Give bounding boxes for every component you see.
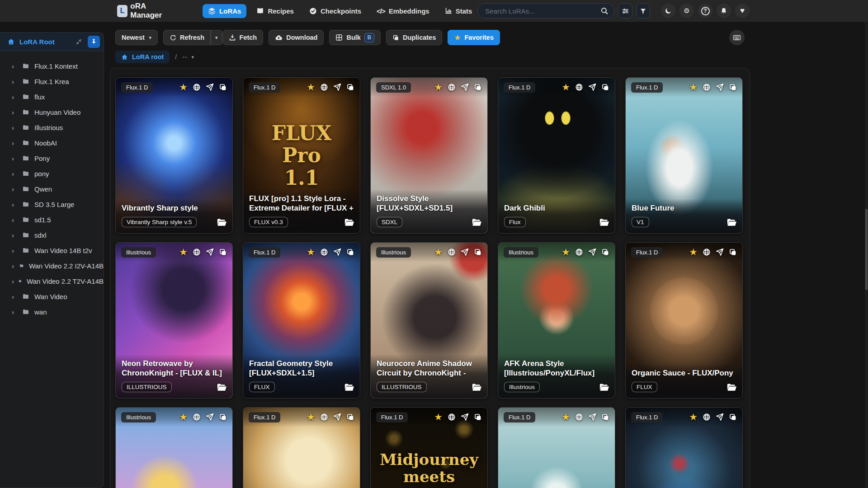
civitai-globe-icon[interactable] [193, 83, 201, 91]
favorite-star-icon[interactable]: ★ [561, 247, 570, 257]
favorite-star-icon[interactable]: ★ [179, 412, 188, 422]
collapse-tree-button[interactable] [74, 37, 84, 47]
breadcrumb-root[interactable]: LoRA root [115, 51, 170, 63]
open-folder-icon[interactable] [599, 382, 609, 392]
bulk-button[interactable]: Bulk B [329, 30, 380, 45]
support-button[interactable]: ♥ [735, 4, 750, 18]
open-folder-icon[interactable] [344, 382, 354, 392]
notifications-button[interactable] [717, 4, 731, 18]
favorites-filter-button[interactable]: ★ Favorites [448, 30, 500, 45]
chevron-right-icon[interactable]: › [12, 78, 18, 85]
lora-card[interactable]: Flux.1 D ★ Fractal Geometry Style [FLUX+… [243, 242, 360, 399]
send-icon[interactable] [716, 413, 724, 421]
fetch-button[interactable]: Fetch [222, 30, 264, 45]
favorite-star-icon[interactable]: ★ [434, 82, 443, 92]
copy-icon[interactable] [346, 248, 354, 256]
civitai-globe-icon[interactable] [575, 413, 583, 421]
civitai-globe-icon[interactable] [448, 83, 456, 91]
send-icon[interactable] [206, 413, 214, 421]
search-icon[interactable] [600, 7, 609, 15]
lora-card[interactable]: Flux.1 D ★ [625, 407, 743, 488]
copy-icon[interactable] [601, 248, 609, 256]
chevron-down-icon[interactable]: ▾ [192, 54, 194, 60]
lora-card[interactable]: Flux.1 D ★ Vibrantly Sharp style Vibrant… [115, 77, 233, 234]
filter-funnel-button[interactable] [636, 3, 650, 19]
lora-card[interactable]: Illustrious ★ Neon Retrowave by ChronoKn… [115, 242, 233, 399]
sidebar-folder-item[interactable]: › Wan Video 14B t2v [0, 243, 104, 258]
lora-card[interactable]: Flux.1 D ★ Midjourney meets FLUX [370, 407, 488, 488]
send-icon[interactable] [461, 248, 469, 256]
favorite-star-icon[interactable]: ★ [179, 82, 188, 92]
sort-select[interactable]: Newest ▾ [115, 30, 158, 45]
lora-card[interactable]: Illustrious ★ AFK Arena Style [Illustrio… [498, 242, 615, 399]
lora-card[interactable]: Flux.1 D ★ Organic Sauce - FLUX/Pony FLU… [625, 242, 743, 399]
favorite-star-icon[interactable]: ★ [689, 412, 698, 422]
nav-item-checkpoints[interactable]: Checkpoints [304, 4, 367, 18]
chevron-right-icon[interactable]: › [12, 293, 18, 300]
civitai-globe-icon[interactable] [703, 413, 711, 421]
send-icon[interactable] [461, 413, 469, 421]
copy-icon[interactable] [219, 413, 227, 421]
keyboard-shortcuts-button[interactable] [729, 30, 745, 45]
sidebar-folder-item[interactable]: › pony [0, 166, 104, 181]
civitai-globe-icon[interactable] [320, 413, 328, 421]
chevron-right-icon[interactable]: › [12, 231, 18, 239]
refresh-menu-button[interactable]: ▾ [211, 30, 222, 45]
sidebar-folder-item[interactable]: › Wan Video 2.2 I2V-A14B [0, 258, 104, 273]
copy-icon[interactable] [601, 83, 609, 91]
chevron-right-icon[interactable]: › [12, 247, 18, 254]
nav-item-stats[interactable]: Stats [439, 4, 478, 18]
copy-icon[interactable] [346, 83, 354, 91]
send-icon[interactable] [588, 248, 596, 256]
filter-sliders-button[interactable] [618, 3, 632, 19]
copy-icon[interactable] [474, 83, 482, 91]
sidebar-folder-item[interactable]: › SD 3.5 Large [0, 197, 104, 212]
scrollbar-thumb[interactable] [865, 209, 868, 290]
send-icon[interactable] [206, 248, 214, 256]
sidebar-folder-item[interactable]: › Flux.1 Krea [0, 74, 104, 89]
civitai-globe-icon[interactable] [448, 413, 456, 421]
chevron-right-icon[interactable]: › [12, 108, 18, 116]
favorite-star-icon[interactable]: ★ [561, 82, 570, 92]
download-button[interactable]: Download [269, 30, 324, 45]
refresh-button[interactable]: Refresh [163, 30, 211, 45]
chevron-right-icon[interactable]: › [12, 216, 18, 224]
chevron-right-icon[interactable]: › [12, 170, 18, 178]
copy-icon[interactable] [474, 248, 482, 256]
nav-item-embeddings[interactable]: </> Embeddings [371, 4, 435, 18]
open-folder-icon[interactable] [726, 217, 736, 227]
lora-card[interactable]: Illustrious ★ Neurocore Anime Shadow Cir… [370, 242, 488, 399]
civitai-globe-icon[interactable] [193, 413, 201, 421]
copy-icon[interactable] [474, 413, 482, 421]
favorite-star-icon[interactable]: ★ [307, 247, 315, 257]
open-folder-icon[interactable] [472, 382, 481, 392]
civitai-globe-icon[interactable] [320, 248, 328, 256]
civitai-globe-icon[interactable] [575, 248, 583, 256]
lora-card[interactable]: Flux.1 D ★ [498, 407, 615, 488]
sidebar-folder-item[interactable]: › Qwen [0, 181, 104, 197]
settings-button[interactable]: ⚙ [679, 4, 694, 18]
chevron-right-icon[interactable]: › [12, 124, 18, 131]
lora-card[interactable]: Flux.1 D ★ FLUX Pro 1.1 FLUX [pro] 1.1 S… [243, 77, 360, 234]
favorite-star-icon[interactable]: ★ [689, 247, 698, 257]
lora-card[interactable]: Flux.1 D ★ Dark Ghibli Flux [498, 77, 615, 234]
lora-card[interactable]: Illustrious ★ [115, 407, 233, 488]
favorite-star-icon[interactable]: ★ [434, 247, 443, 257]
chevron-right-icon[interactable]: › [12, 62, 18, 70]
chevron-right-icon[interactable]: › [12, 185, 18, 193]
send-icon[interactable] [716, 248, 724, 256]
open-folder-icon[interactable] [726, 382, 736, 392]
copy-icon[interactable] [219, 248, 227, 256]
sidebar-folder-item[interactable]: › Illustrious [0, 120, 104, 135]
send-icon[interactable] [588, 83, 596, 91]
sidebar-folder-item[interactable]: › Pony [0, 150, 104, 166]
copy-icon[interactable] [729, 413, 737, 421]
sidebar-folder-item[interactable]: › Flux.1 Kontext [0, 58, 104, 74]
sidebar-folder-item[interactable]: › NoobAI [0, 135, 104, 150]
chevron-right-icon[interactable]: › [12, 201, 18, 208]
civitai-globe-icon[interactable] [703, 83, 711, 91]
open-folder-icon[interactable] [472, 217, 481, 227]
copy-icon[interactable] [219, 83, 227, 91]
chevron-right-icon[interactable]: › [12, 277, 14, 285]
app-logo[interactable]: L [117, 5, 127, 17]
